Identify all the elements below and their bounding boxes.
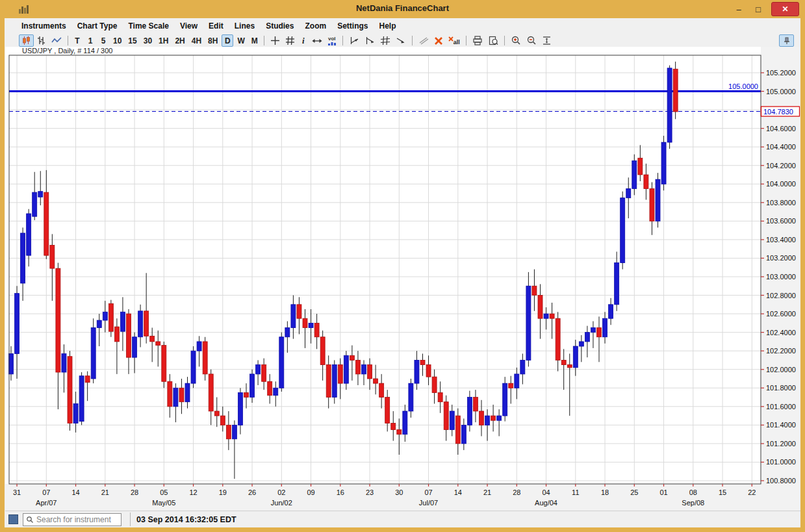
pin-panel-icon[interactable] bbox=[779, 34, 794, 47]
candle-down bbox=[479, 411, 484, 425]
delete-all-lines-icon[interactable]: all bbox=[446, 34, 463, 47]
x-axis-day-label: 14 bbox=[454, 488, 462, 496]
timeframe-8H[interactable]: 8H bbox=[205, 34, 220, 47]
candle-down bbox=[326, 365, 331, 398]
volume-icon[interactable]: vol bbox=[325, 34, 339, 47]
freehand-lines-icon[interactable] bbox=[416, 34, 431, 47]
print-preview-icon[interactable] bbox=[485, 34, 501, 47]
x-axis-day-label: 02 bbox=[277, 488, 285, 496]
candle-up bbox=[279, 337, 284, 388]
timeframe-2H[interactable]: 2H bbox=[172, 34, 187, 47]
zoom-in-icon[interactable] bbox=[508, 34, 524, 47]
candle-up bbox=[503, 383, 507, 416]
y-axis-label: 102.0000 bbox=[766, 366, 796, 374]
x-axis-day-label: 28 bbox=[131, 488, 138, 496]
candle-up bbox=[626, 188, 631, 197]
menu-lines[interactable]: Lines bbox=[235, 21, 255, 31]
candle-down bbox=[426, 365, 431, 377]
x-axis-day-label: 05 bbox=[160, 488, 168, 496]
menu-help[interactable]: Help bbox=[379, 21, 396, 31]
y-axis-label: 101.2000 bbox=[766, 440, 796, 448]
timeframe-5[interactable]: 5 bbox=[97, 34, 109, 47]
zoom-out-icon[interactable] bbox=[524, 34, 539, 47]
trendline-angle-icon[interactable] bbox=[362, 34, 377, 47]
candle-down bbox=[314, 323, 319, 336]
maximize-button[interactable]: □ bbox=[750, 3, 766, 16]
candle-down bbox=[644, 175, 648, 188]
timeframe-group: T151015301H2H4H8HDWM bbox=[71, 34, 261, 47]
candle-down bbox=[432, 377, 437, 392]
x-axis-day-label: 31 bbox=[13, 488, 21, 496]
x-axis-day-label: 28 bbox=[513, 488, 520, 496]
candle-up bbox=[415, 360, 419, 383]
candle-down bbox=[385, 398, 390, 424]
timeframe-W[interactable]: W bbox=[235, 34, 247, 47]
timeframe-T[interactable]: T bbox=[71, 34, 83, 47]
candle-down bbox=[85, 376, 90, 383]
title-bar[interactable]: NetDania FinanceChart – □ ✕ bbox=[0, 0, 805, 18]
candle-up bbox=[9, 353, 14, 374]
timeframe-1[interactable]: 1 bbox=[84, 34, 96, 47]
line-chart-icon[interactable] bbox=[49, 34, 64, 47]
search-input[interactable] bbox=[34, 515, 112, 524]
candle-up bbox=[615, 263, 619, 305]
menu-chart-type[interactable]: Chart Type bbox=[77, 21, 118, 31]
timeframe-4H[interactable]: 4H bbox=[189, 34, 204, 47]
toolbar-separator bbox=[412, 36, 413, 45]
timeframe-1H[interactable]: 1H bbox=[156, 34, 171, 47]
trendline-flag-icon[interactable] bbox=[346, 34, 362, 47]
timeframe-10[interactable]: 10 bbox=[110, 34, 124, 47]
clock-timestamp: 03 Sep 2014 16:32:05 EDT bbox=[136, 515, 236, 524]
info-icon[interactable]: i bbox=[298, 34, 309, 47]
y-axis-label: 101.0000 bbox=[766, 458, 796, 466]
toolbar-separator bbox=[466, 36, 466, 45]
candle-up bbox=[656, 179, 660, 221]
chart-panel[interactable]: USD/JPY , Daily, # 114 / 300 105.0000105… bbox=[5, 47, 800, 511]
candle-up bbox=[579, 342, 583, 346]
candlestick-chart-icon[interactable] bbox=[19, 34, 34, 47]
ohlc-bar-chart-icon[interactable] bbox=[34, 34, 49, 47]
candle-up bbox=[591, 328, 595, 333]
menu-settings[interactable]: Settings bbox=[337, 21, 368, 31]
instrument-list-button[interactable] bbox=[8, 514, 18, 524]
timeframe-D[interactable]: D bbox=[222, 34, 233, 47]
menu-instruments[interactable]: Instruments bbox=[21, 21, 66, 31]
toolbar-separator bbox=[504, 36, 505, 45]
timeframe-M[interactable]: M bbox=[249, 34, 261, 47]
candlestick-chart[interactable]: 105.0000105.2000105.0000104.6000104.4000… bbox=[5, 47, 800, 511]
current-price-label: 104.7830 bbox=[763, 108, 793, 116]
close-button[interactable]: ✕ bbox=[771, 2, 799, 16]
menu-view[interactable]: View bbox=[180, 21, 198, 31]
candle-up bbox=[91, 328, 96, 379]
candle-up bbox=[403, 411, 407, 435]
x-axis-day-label: 23 bbox=[366, 488, 374, 496]
candle-up bbox=[97, 320, 101, 327]
menu-zoom[interactable]: Zoom bbox=[305, 21, 326, 31]
print-icon[interactable] bbox=[470, 34, 485, 47]
x-axis-month-label: Jun/02 bbox=[271, 499, 292, 507]
y-axis-label: 104.2000 bbox=[766, 162, 796, 170]
y-axis-label: 102.6000 bbox=[766, 310, 796, 318]
search-box[interactable] bbox=[23, 513, 121, 526]
x-axis-day-label: 15 bbox=[719, 488, 726, 496]
fit-vertical-icon[interactable] bbox=[539, 34, 554, 47]
parallel-channel-icon[interactable] bbox=[377, 34, 393, 47]
candle-down bbox=[509, 383, 513, 388]
candle-up bbox=[515, 374, 519, 388]
candle-down bbox=[203, 342, 207, 374]
candle-up bbox=[232, 425, 236, 438]
x-axis-day-label: 19 bbox=[219, 488, 227, 496]
menu-edit[interactable]: Edit bbox=[209, 21, 224, 31]
minimize-button[interactable]: – bbox=[731, 3, 747, 16]
menu-studies[interactable]: Studies bbox=[266, 21, 294, 31]
pan-horizontal-icon[interactable] bbox=[309, 34, 325, 47]
ray-arrow-icon[interactable] bbox=[393, 34, 409, 47]
menu-time-scale[interactable]: Time Scale bbox=[128, 21, 168, 31]
delete-line-icon[interactable] bbox=[431, 34, 446, 47]
timeframe-30[interactable]: 30 bbox=[141, 34, 155, 47]
grid-icon[interactable] bbox=[283, 34, 298, 47]
y-axis-label: 101.6000 bbox=[766, 403, 796, 411]
crosshair-icon[interactable] bbox=[268, 34, 283, 47]
candle-up bbox=[526, 286, 531, 360]
timeframe-15[interactable]: 15 bbox=[125, 34, 139, 47]
